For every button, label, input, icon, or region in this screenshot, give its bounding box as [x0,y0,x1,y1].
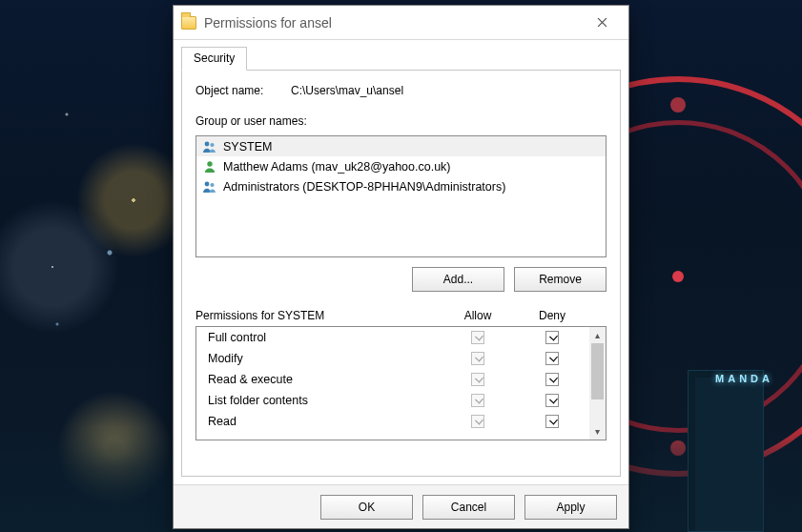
svg-point-1 [210,142,214,146]
cancel-button[interactable]: Cancel [422,495,515,520]
scroll-up-arrow-icon[interactable]: ▴ [589,327,606,343]
deny-checkbox[interactable] [545,331,559,344]
permissions-for-label: Permissions for SYSTEM [195,309,441,322]
scroll-down-arrow-icon[interactable]: ▾ [589,423,606,440]
permission-label: Read [208,415,441,428]
security-panel: Object name: C:\Users\mav_u\ansel Group … [181,70,621,477]
close-icon [597,17,607,28]
scroll-thumb[interactable] [591,343,604,399]
allow-checkbox [471,373,484,386]
dialog-button-row: OK Cancel Apply [174,484,628,528]
remove-button[interactable]: Remove [514,267,607,292]
allow-checkbox [471,415,484,428]
add-button[interactable]: Add... [412,267,504,292]
tab-strip: Security [174,40,628,70]
permission-label: List folder contents [208,394,441,407]
svg-point-0 [205,141,210,146]
tab-security[interactable]: Security [181,47,247,71]
table-row: Read & execute [196,369,589,390]
group-icon [202,179,217,194]
title-bar[interactable]: Permissions for ansel [174,6,628,40]
deny-checkbox[interactable] [545,394,559,407]
close-button[interactable] [581,10,623,36]
deny-checkbox[interactable] [545,373,559,386]
permissions-listbox: Full controlModifyRead & executeList fol… [195,326,607,440]
deny-checkbox[interactable] [545,352,559,365]
svg-point-3 [205,181,210,186]
allow-checkbox [471,331,484,344]
permission-label: Modify [208,352,441,365]
wallpaper-sign: MANDA [715,373,773,384]
object-name-label: Object name: [195,84,291,97]
list-item-label: Matthew Adams (mav_uk28@yahoo.co.uk) [223,160,451,174]
apply-button[interactable]: Apply [524,495,617,520]
allow-checkbox [471,352,484,365]
permission-label: Full control [208,331,441,344]
scrollbar[interactable]: ▴ ▾ [589,327,606,440]
svg-point-2 [207,161,212,166]
list-item[interactable]: Matthew Adams (mav_uk28@yahoo.co.uk) [196,156,606,176]
column-deny-header: Deny [515,309,589,322]
ok-button[interactable]: OK [320,495,413,520]
group-user-listbox[interactable]: SYSTEMMatthew Adams (mav_uk28@yahoo.co.u… [195,135,607,257]
list-item-label: SYSTEM [223,140,272,153]
group-icon [202,139,217,154]
list-item[interactable]: Administrators (DESKTOP-8PHHAN9\Administ… [196,176,606,196]
group-list-label: Group or user names: [195,114,607,128]
object-name-value: C:\Users\mav_u\ansel [291,84,403,97]
column-allow-header: Allow [441,309,515,322]
svg-point-4 [210,182,214,186]
table-row: Read [196,411,589,432]
permissions-dialog: Permissions for ansel Security Object na… [173,5,629,529]
user-icon [202,159,217,174]
table-row: Modify [196,348,589,369]
list-item-label: Administrators (DESKTOP-8PHHAN9\Administ… [223,180,505,194]
deny-checkbox[interactable] [545,415,559,428]
table-row: Full control [196,327,589,348]
window-title: Permissions for ansel [204,15,332,31]
list-item[interactable]: SYSTEM [196,136,606,156]
scroll-track[interactable] [589,343,606,423]
permission-label: Read & execute [208,373,441,386]
table-row: List folder contents [196,390,589,411]
allow-checkbox [471,394,484,407]
folder-icon [181,16,196,30]
